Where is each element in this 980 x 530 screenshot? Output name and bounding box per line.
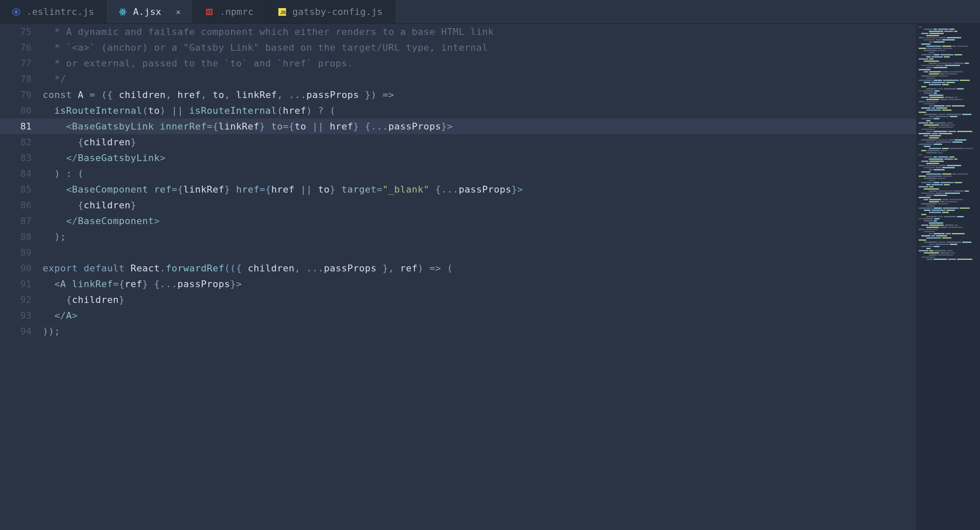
code-line[interactable]: 83 </BaseGatsbyLink> xyxy=(0,150,916,166)
tab-bar: .eslintrc.js A.jsx × .npmrc JS gatsby-co… xyxy=(0,0,980,24)
line-content: ) : ( xyxy=(43,168,84,179)
tab-eslintrc[interactable]: .eslintrc.js xyxy=(0,0,107,23)
code-line[interactable]: 91 <A linkRef={ref} {...passProps}> xyxy=(0,276,916,292)
tab-label: .npmrc xyxy=(220,6,253,17)
line-number: 91 xyxy=(0,279,43,289)
tab-label: gatsby-config.js xyxy=(292,6,383,17)
line-number: 86 xyxy=(0,200,43,210)
tab-gatsby-config[interactable]: JS gatsby-config.js xyxy=(266,0,395,23)
line-content: </BaseGatsbyLink> xyxy=(43,153,166,163)
line-content: * A dynamic and failsafe component which… xyxy=(43,26,494,37)
line-content: */ xyxy=(43,74,66,84)
svg-rect-8 xyxy=(210,10,211,14)
code-line[interactable]: 87 </BaseComponent> xyxy=(0,213,916,229)
code-line[interactable]: 85 <BaseComponent ref={linkRef} href={hr… xyxy=(0,181,916,197)
line-content: <A linkRef={ref} {...passProps}> xyxy=(43,279,242,289)
line-content: {children} xyxy=(43,294,124,305)
line-content: export default React.forwardRef(({ child… xyxy=(43,263,453,274)
line-content: * or external, passed to the `to` and `h… xyxy=(43,58,353,69)
line-content: </BaseComponent> xyxy=(43,216,160,226)
react-icon xyxy=(119,8,127,16)
svg-point-2 xyxy=(122,11,123,12)
line-content: )); xyxy=(43,326,60,337)
line-number: 94 xyxy=(0,326,43,337)
line-content: </A> xyxy=(43,310,78,321)
line-number: 90 xyxy=(0,263,43,274)
svg-rect-7 xyxy=(208,10,209,14)
line-number: 87 xyxy=(0,216,43,226)
line-number: 75 xyxy=(0,26,43,37)
line-number: 78 xyxy=(0,74,43,84)
line-content: {children} xyxy=(43,137,136,147)
line-number: 76 xyxy=(0,42,43,53)
close-icon[interactable]: × xyxy=(176,7,181,17)
line-content: ); xyxy=(43,231,66,242)
line-content: <BaseGatsbyLink innerRef={linkRef} to={t… xyxy=(43,121,453,132)
code-editor[interactable]: 75 * A dynamic and failsafe component wh… xyxy=(0,24,916,530)
code-line[interactable]: 88 ); xyxy=(0,229,916,245)
code-line[interactable]: 78 */ xyxy=(0,71,916,87)
tab-label: A.jsx xyxy=(133,6,161,17)
code-line[interactable]: 90export default React.forwardRef(({ chi… xyxy=(0,260,916,276)
tab-a-jsx[interactable]: A.jsx × xyxy=(107,0,193,23)
code-line[interactable]: 81 <BaseGatsbyLink innerRef={linkRef} to… xyxy=(0,118,916,134)
code-line[interactable]: 92 {children} xyxy=(0,292,916,308)
line-number: 77 xyxy=(0,58,43,69)
svg-rect-6 xyxy=(206,9,213,15)
tab-npmrc[interactable]: .npmrc xyxy=(193,0,266,23)
line-number: 84 xyxy=(0,168,43,179)
code-line[interactable]: 76 * `<a>` (anchor) or a "Gatsby Link" b… xyxy=(0,40,916,55)
line-content: <BaseComponent ref={linkRef} href={href … xyxy=(43,184,523,195)
code-line[interactable]: 75 * A dynamic and failsafe component wh… xyxy=(0,24,916,40)
code-line[interactable]: 84 ) : ( xyxy=(0,166,916,181)
js-icon: JS xyxy=(278,8,286,16)
line-number: 80 xyxy=(0,105,43,116)
line-number: 81 xyxy=(0,121,43,132)
line-content: isRouteInternal(to) || isRouteInternal(h… xyxy=(43,105,335,116)
code-line[interactable]: 94)); xyxy=(0,323,916,339)
line-number: 93 xyxy=(0,310,43,321)
minimap[interactable] xyxy=(916,24,980,530)
code-line[interactable]: 77 * or external, passed to the `to` and… xyxy=(0,55,916,71)
line-content: {children} xyxy=(43,200,136,210)
code-line[interactable]: 80 isRouteInternal(to) || isRouteInterna… xyxy=(0,103,916,118)
line-content: const A = ({ children, href, to, linkRef… xyxy=(43,89,394,100)
code-line[interactable]: 93 </A> xyxy=(0,308,916,323)
line-number: 82 xyxy=(0,137,43,147)
line-number: 83 xyxy=(0,153,43,163)
svg-text:JS: JS xyxy=(280,10,286,15)
svg-marker-1 xyxy=(14,10,18,13)
code-line[interactable]: 82 {children} xyxy=(0,134,916,150)
code-line[interactable]: 89 xyxy=(0,245,916,260)
line-number: 85 xyxy=(0,184,43,195)
line-number: 89 xyxy=(0,247,43,258)
line-number: 88 xyxy=(0,231,43,242)
tab-label: .eslintrc.js xyxy=(26,6,94,17)
code-line[interactable]: 79const A = ({ children, href, to, linkR… xyxy=(0,87,916,103)
npm-icon xyxy=(205,8,214,16)
code-line[interactable]: 86 {children} xyxy=(0,197,916,213)
line-number: 92 xyxy=(0,294,43,305)
line-number: 79 xyxy=(0,89,43,100)
eslint-icon xyxy=(12,8,20,16)
line-content: * `<a>` (anchor) or a "Gatsby Link" base… xyxy=(43,42,488,53)
